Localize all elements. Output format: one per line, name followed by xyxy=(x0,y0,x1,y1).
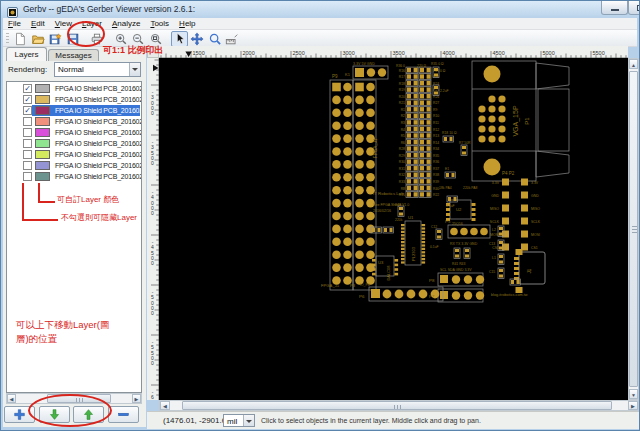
units-dropdown-arrow[interactable] xyxy=(243,415,254,426)
layer-visible-checkbox[interactable]: ✓ xyxy=(23,106,32,115)
svg-text:R34: R34 xyxy=(433,147,439,151)
svg-text:GND: GND xyxy=(531,194,539,198)
canvas-hscrollbar[interactable]: ◀ ▶ xyxy=(159,400,639,411)
layer-color-swatch[interactable] xyxy=(35,106,50,115)
layer-color-swatch[interactable] xyxy=(35,128,50,137)
svg-text:R21: R21 xyxy=(399,101,405,105)
menu-analyze[interactable]: Analyze xyxy=(107,18,145,28)
new-file-button[interactable] xyxy=(12,31,29,47)
svg-text:DALC08: DALC08 xyxy=(386,265,391,281)
menu-file[interactable]: File xyxy=(3,18,26,28)
layer-list: ✓FPGA IO Shield PCB_20160225-✓FPGA IO Sh… xyxy=(6,81,142,393)
svg-text:R37: R37 xyxy=(433,167,439,171)
menu-help[interactable]: Help xyxy=(174,18,200,28)
layer-visible-checkbox[interactable] xyxy=(23,150,32,159)
tab-layers[interactable]: Layers xyxy=(6,47,47,61)
units-select[interactable]: mil xyxy=(223,414,255,427)
layer-row[interactable]: ✓FPGA IO Shield PCB_20160225- xyxy=(8,94,140,105)
tab-messages[interactable]: Messages xyxy=(48,49,99,61)
svg-text:R19: R19 xyxy=(399,88,405,92)
layer-visible-checkbox[interactable] xyxy=(23,117,32,126)
scroll-thumb[interactable] xyxy=(629,71,638,387)
scroll-left-arrow[interactable]: ◀ xyxy=(7,394,16,403)
app-window: Gerbv -- gEDA's Gerber Viewer version 2.… xyxy=(0,0,640,431)
rendering-value: Normal xyxy=(58,65,84,74)
svg-text:R2: R2 xyxy=(401,114,405,118)
pcb-render: R16R23R17R36R18R24R19R25R20R26R21R27R1R9… xyxy=(159,58,628,400)
scroll-right-arrow[interactable]: ▶ xyxy=(132,394,141,403)
pcb-canvas[interactable]: R16R23R17R36R18R24R19R25R20R26R21R27R1R9… xyxy=(159,58,628,400)
layer-visible-checkbox[interactable] xyxy=(23,172,32,181)
layer-row[interactable]: FPGA IO Shield PCB_20160225- xyxy=(8,171,140,182)
layer-color-swatch[interactable] xyxy=(35,150,50,159)
layer-color-swatch[interactable] xyxy=(35,117,50,126)
svg-text:R33: R33 xyxy=(399,180,405,184)
menu-tools[interactable]: Tools xyxy=(145,18,174,28)
svg-text:R35 0 Ω: R35 0 Ω xyxy=(431,62,444,66)
svg-text:2500: 2500 xyxy=(293,50,305,56)
scroll-left-arrow[interactable]: ◀ xyxy=(160,401,170,410)
maximize-button[interactable] xyxy=(628,1,640,15)
svg-text:0.1uF: 0.1uF xyxy=(446,204,455,208)
svg-text:RX TX 3.3V GND: RX TX 3.3V GND xyxy=(450,242,478,246)
minimize-button[interactable] xyxy=(601,1,628,15)
remove-layer-button[interactable] xyxy=(108,406,139,423)
svg-text:220 Ω: 220 Ω xyxy=(417,64,427,68)
svg-text:R27: R27 xyxy=(433,101,439,105)
layer-row[interactable]: FPGA IO Shield PCB_20160225- xyxy=(8,127,140,138)
menu-edit[interactable]: Edit xyxy=(26,18,50,28)
svg-text:R18: R18 xyxy=(399,82,405,86)
status-hint: Click to select objects in the current l… xyxy=(261,417,481,424)
layer-row[interactable]: ✓FPGA IO Shield PCB_20160225- xyxy=(8,105,140,116)
svg-text:3000: 3000 xyxy=(343,50,355,56)
annotation-reorder-note: 可以上下移動Layer(圖 層)的位置 xyxy=(16,318,141,346)
svg-text:4000: 4000 xyxy=(443,50,455,56)
layer-visible-checkbox[interactable] xyxy=(23,161,32,170)
rendering-dropdown-arrow[interactable] xyxy=(129,63,140,76)
toolbar-grip xyxy=(6,33,9,44)
layer-row[interactable]: ✓FPGA IO Shield PCB_20160225- xyxy=(8,83,140,94)
layer-row[interactable]: FPGA IO Shield PCB_20160225- xyxy=(8,138,140,149)
svg-text:C12: C12 xyxy=(431,225,437,229)
svg-text:R14: R14 xyxy=(433,141,439,145)
layer-row[interactable]: FPGA IO Shield PCB_20160225. xyxy=(8,160,140,171)
scroll-down-arrow[interactable]: ▼ xyxy=(629,389,638,399)
svg-text:MISO: MISO xyxy=(490,207,499,211)
svg-text:GND: GND xyxy=(491,194,499,198)
layer-color-swatch[interactable] xyxy=(35,161,50,170)
svg-text:P5: P5 xyxy=(445,219,451,224)
layer-name: FPGA IO Shield PCB_20160225- xyxy=(55,129,142,136)
layer-visible-checkbox[interactable] xyxy=(23,139,32,148)
scroll-up-arrow[interactable]: ▲ xyxy=(629,59,638,69)
layer-visible-checkbox[interactable]: ✓ xyxy=(23,95,32,104)
canvas-vscrollbar[interactable]: ▲ ▼ xyxy=(628,58,639,400)
revert-button[interactable] xyxy=(47,31,64,47)
zoom-tool-button[interactable] xyxy=(206,31,223,47)
layer-color-swatch[interactable] xyxy=(35,95,50,104)
svg-text:R12: R12 xyxy=(433,128,439,132)
annotation-visibility-note: 不勾選則可隱藏Layer xyxy=(61,212,137,223)
pointer-button[interactable] xyxy=(171,31,188,47)
app-icon xyxy=(7,4,18,15)
measure-button[interactable] xyxy=(224,31,241,47)
svg-text:R31: R31 xyxy=(399,167,405,171)
layer-visible-checkbox[interactable] xyxy=(23,128,32,137)
scroll-thumb[interactable] xyxy=(182,401,612,410)
svg-text:P9: P9 xyxy=(332,74,338,79)
svg-text:R10: R10 xyxy=(433,114,439,118)
svg-text:R8: R8 xyxy=(401,187,405,191)
layer-row[interactable]: FPGA IO Shield PCB_20160225- xyxy=(8,116,140,127)
open-button[interactable] xyxy=(29,31,46,47)
scroll-right-arrow[interactable]: ▶ xyxy=(628,401,638,410)
rendering-select[interactable]: Normal xyxy=(54,62,141,77)
svg-text:R17: R17 xyxy=(399,75,405,79)
pan-button[interactable] xyxy=(189,31,206,47)
layer-color-swatch[interactable] xyxy=(35,84,50,93)
layer-row[interactable]: FPGA IO Shield PCB_20160225- xyxy=(8,149,140,160)
svg-text:3500: 3500 xyxy=(393,50,405,56)
layer-visible-checkbox[interactable]: ✓ xyxy=(23,84,32,93)
title-bar[interactable]: Gerbv -- gEDA's Gerber Viewer version 2.… xyxy=(1,1,639,18)
layer-color-swatch[interactable] xyxy=(35,172,50,181)
layer-color-swatch[interactable] xyxy=(35,139,50,148)
svg-text:2016/02/16: 2016/02/16 xyxy=(373,209,391,213)
